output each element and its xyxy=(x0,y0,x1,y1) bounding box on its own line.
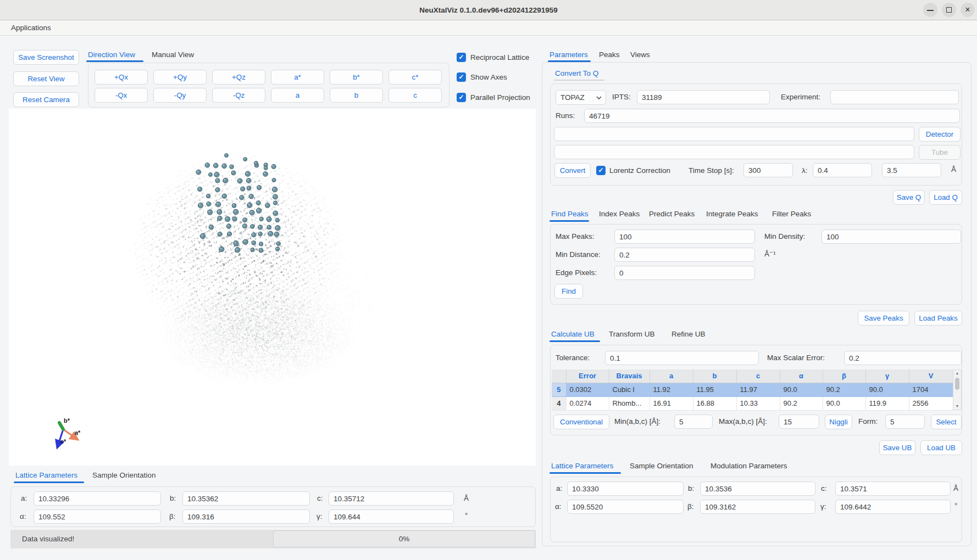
scrollbar-thumb[interactable] xyxy=(955,378,959,390)
lorentz-correction-checkbox[interactable]: ✓ xyxy=(596,166,606,175)
tab-sample-orientation-left[interactable]: Sample Orientation xyxy=(92,471,156,479)
ub-table-header-cell[interactable]: V xyxy=(909,369,953,383)
dir-button-plus-qy[interactable]: +Qy xyxy=(153,70,207,85)
tube-button[interactable]: Tube xyxy=(919,145,961,160)
time-stop-field[interactable] xyxy=(743,163,793,177)
parallel-projection-checkbox[interactable]: ✓ xyxy=(457,93,466,102)
tab-views[interactable]: Views xyxy=(630,51,650,59)
instrument-select[interactable]: TOPAZ xyxy=(556,90,606,105)
table-row[interactable]: 40.0274Rhomb...16.9116.8810.3390.290.011… xyxy=(552,396,953,410)
conventional-button[interactable]: Conventional xyxy=(553,415,609,429)
save-screenshot-button[interactable]: Save Screenshot xyxy=(13,50,79,65)
tab-calculate-ub[interactable]: Calculate UB xyxy=(551,330,595,338)
tab-manual-view[interactable]: Manual View xyxy=(152,51,194,59)
tab-modulation-parameters[interactable]: Modulation Parameters xyxy=(710,462,787,470)
close-button[interactable]: ✕ xyxy=(961,3,975,17)
max-abc-field[interactable] xyxy=(779,415,819,429)
detector-button[interactable]: Detector xyxy=(919,127,961,142)
gamma-field-right[interactable] xyxy=(835,500,951,514)
gamma-field[interactable] xyxy=(329,509,454,524)
ub-table-header-cell[interactable]: Error xyxy=(566,369,609,383)
dir-button-b[interactable]: b xyxy=(330,88,383,103)
min-distance-field[interactable] xyxy=(614,248,755,262)
save-ub-button[interactable]: Save UB xyxy=(879,440,915,455)
tab-refine-ub[interactable]: Refine UB xyxy=(671,330,706,338)
niggli-button[interactable]: Niggli xyxy=(825,415,852,429)
c-field[interactable] xyxy=(329,491,454,506)
dir-button-plus-qx[interactable]: +Qx xyxy=(95,70,148,85)
reciprocal-lattice-checkbox[interactable]: ✓ xyxy=(457,53,466,62)
scroll-up-icon[interactable]: ▲ xyxy=(953,370,961,377)
maximize-button[interactable] xyxy=(942,3,956,17)
ipts-field[interactable] xyxy=(637,90,770,104)
scroll-down-icon[interactable]: ▼ xyxy=(953,403,961,410)
dir-button-c[interactable]: c xyxy=(388,88,442,103)
reset-view-button[interactable]: Reset View xyxy=(13,71,79,86)
select-button[interactable]: Select xyxy=(931,415,962,429)
tab-find-peaks[interactable]: Find Peaks xyxy=(551,210,589,218)
wavelength-max-field[interactable] xyxy=(882,163,941,177)
table-row[interactable]: 50.0302Cubic I11.9211.9511.9790.090.290.… xyxy=(552,383,953,396)
wavelength-min-field[interactable] xyxy=(813,163,872,177)
dir-button-b-star[interactable]: b* xyxy=(330,70,383,85)
tab-predict-peaks[interactable]: Predict Peaks xyxy=(649,210,695,218)
find-button[interactable]: Find xyxy=(554,284,583,299)
ub-table-header-cell[interactable] xyxy=(552,369,566,383)
save-peaks-button[interactable]: Save Peaks xyxy=(858,311,909,326)
alpha-field-right[interactable] xyxy=(567,500,684,514)
dir-button-a-star[interactable]: a* xyxy=(271,70,324,85)
tab-transform-ub[interactable]: Transform UB xyxy=(609,330,655,338)
b-field-right[interactable] xyxy=(700,481,815,496)
beta-field[interactable] xyxy=(182,509,310,524)
detector-file-field[interactable] xyxy=(554,127,914,141)
tube-file-field[interactable] xyxy=(554,145,914,159)
dir-button-c-star[interactable]: c* xyxy=(388,70,442,85)
tab-integrate-peaks[interactable]: Integrate Peaks xyxy=(706,210,758,218)
edge-pixels-field[interactable] xyxy=(614,266,755,280)
form-field[interactable] xyxy=(885,415,925,429)
dir-button-a[interactable]: a xyxy=(271,88,324,103)
dir-button-minus-qy[interactable]: -Qy xyxy=(153,88,207,103)
experiment-field[interactable] xyxy=(830,90,959,104)
tab-lattice-parameters-right[interactable]: Lattice Parameters xyxy=(551,462,613,470)
alpha-field[interactable] xyxy=(34,509,161,524)
tab-parameters[interactable]: Parameters xyxy=(549,51,588,59)
a-field-right[interactable] xyxy=(567,481,684,496)
max-peaks-field[interactable] xyxy=(614,229,755,244)
runs-field[interactable] xyxy=(584,109,960,123)
ub-table-header-cell[interactable]: c xyxy=(736,369,780,383)
load-q-button[interactable]: Load Q xyxy=(929,190,962,205)
max-scalar-error-field[interactable] xyxy=(844,351,962,365)
tab-sample-orientation-right[interactable]: Sample Orientation xyxy=(630,462,693,470)
ub-table-header-cell[interactable]: a xyxy=(650,369,693,383)
convert-button[interactable]: Convert xyxy=(554,163,591,178)
viewport-canvas[interactable] xyxy=(9,109,536,466)
ub-table-header-cell[interactable]: Bravais xyxy=(609,369,650,383)
ub-table-header-cell[interactable]: β xyxy=(823,369,865,383)
menu-applications[interactable]: Applications xyxy=(8,21,54,35)
reset-camera-button[interactable]: Reset Camera xyxy=(13,92,79,107)
tab-convert-to-q[interactable]: Convert To Q xyxy=(555,69,598,77)
show-axes-checkbox[interactable]: ✓ xyxy=(457,72,466,82)
a-field[interactable] xyxy=(34,491,161,506)
tab-lattice-parameters-left[interactable]: Lattice Parameters xyxy=(15,471,77,479)
tab-peaks[interactable]: Peaks xyxy=(599,51,620,59)
min-density-field[interactable] xyxy=(821,229,961,244)
ub-table-header-cell[interactable]: α xyxy=(780,369,823,383)
tab-direction-view[interactable]: Direction View xyxy=(88,51,135,59)
dir-button-plus-qz[interactable]: +Qz xyxy=(212,70,265,85)
dir-button-minus-qx[interactable]: -Qx xyxy=(95,88,148,103)
tab-filter-peaks[interactable]: Filter Peaks xyxy=(772,210,811,218)
load-peaks-button[interactable]: Load Peaks xyxy=(914,311,962,326)
dir-button-minus-qz[interactable]: -Qz xyxy=(212,88,265,103)
b-field[interactable] xyxy=(182,491,310,506)
tab-index-peaks[interactable]: Index Peaks xyxy=(599,210,640,218)
ub-table-header-cell[interactable]: b xyxy=(693,369,736,383)
tolerance-field[interactable] xyxy=(605,351,759,365)
c-field-right[interactable] xyxy=(835,481,951,496)
beta-field-right[interactable] xyxy=(700,500,815,514)
ub-table-header-cell[interactable]: γ xyxy=(865,369,909,383)
minimize-button[interactable] xyxy=(923,3,937,17)
min-abc-field[interactable] xyxy=(674,415,713,429)
ub-table-scrollbar[interactable]: ▲ ▼ xyxy=(953,369,962,410)
